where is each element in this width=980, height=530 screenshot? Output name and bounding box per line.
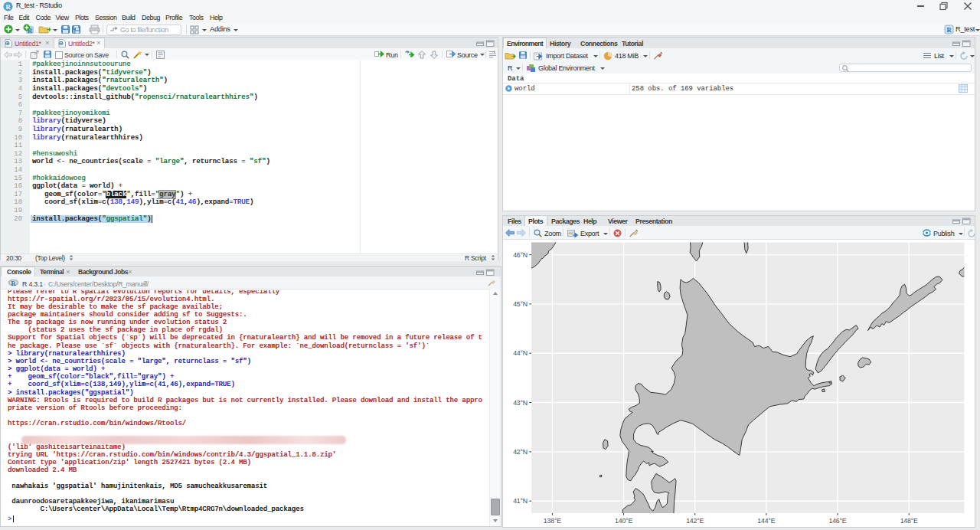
svg-text:R: R (6, 41, 9, 45)
svg-text:43°N: 43°N (513, 399, 528, 407)
svg-text:148°E: 148°E (900, 517, 918, 525)
svg-text:138°E: 138°E (544, 517, 561, 525)
svg-text:45°N: 45°N (513, 300, 528, 308)
svg-text:142°E: 142°E (686, 517, 704, 525)
svg-text:R: R (60, 41, 63, 45)
svg-text:146°E: 146°E (828, 517, 846, 525)
svg-text:R: R (5, 3, 11, 11)
svg-text:42°N: 42°N (513, 448, 528, 456)
svg-text:140°E: 140°E (615, 517, 632, 525)
svg-text:R: R (946, 26, 952, 34)
svg-text:R: R (11, 280, 16, 286)
svg-text:44°N: 44°N (513, 349, 528, 357)
svg-text:144°E: 144°E (757, 517, 775, 525)
svg-text:41°N: 41°N (513, 497, 528, 505)
svg-text:46°N: 46°N (513, 251, 528, 259)
